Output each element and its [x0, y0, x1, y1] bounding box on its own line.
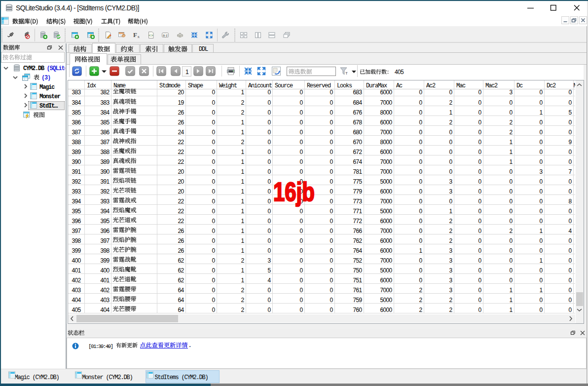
svg-text:x: x: [138, 34, 140, 39]
svg-text:<>: <>: [148, 33, 153, 38]
svg-text:T: T: [345, 71, 348, 76]
svg-text:F: F: [133, 31, 137, 39]
svg-text:a·z: a·z: [163, 34, 168, 37]
